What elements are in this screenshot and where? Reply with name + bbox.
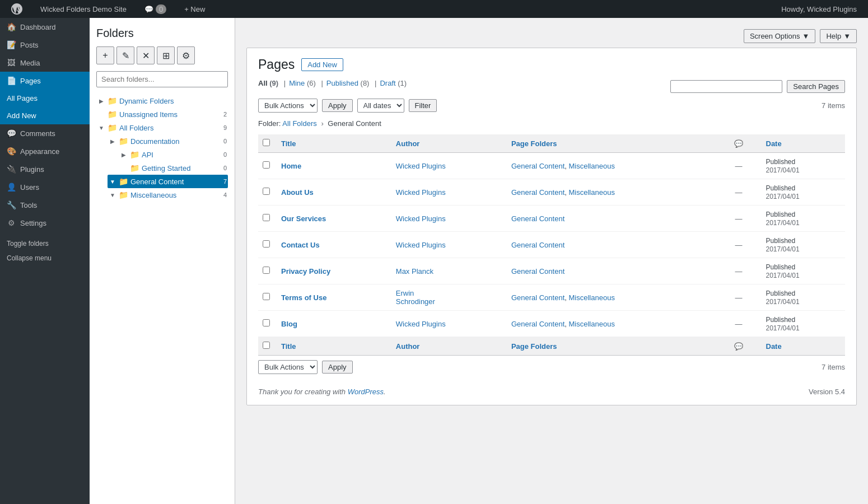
row-checkbox[interactable]: [263, 240, 270, 248]
folder-label[interactable]: Dynamic Folders: [119, 97, 227, 105]
filter-mine[interactable]: Mine (6) |: [289, 79, 326, 87]
page-title-link[interactable]: Our Services: [281, 214, 326, 223]
folder-item-all-folders[interactable]: ▼ 📁 All Folders 9: [96, 121, 228, 134]
page-title-link[interactable]: Contact Us: [281, 241, 320, 249]
folder-icon: 📁: [119, 190, 128, 199]
page-title-link[interactable]: Terms of Use: [281, 293, 326, 302]
row-checkbox[interactable]: [263, 267, 270, 274]
tfoot-date[interactable]: Date: [759, 337, 846, 356]
row-checkbox[interactable]: [263, 188, 270, 195]
page-title-link[interactable]: Privacy Policy: [281, 267, 330, 276]
folder-label[interactable]: General Content: [130, 178, 221, 186]
apply-button-bottom[interactable]: Apply: [322, 361, 353, 374]
add-new-button[interactable]: Add New: [301, 58, 343, 71]
folder-item-dynamic-folders[interactable]: ▶ 📁 Dynamic Folders: [96, 94, 228, 108]
sidebar-item-media[interactable]: 🖼 Media: [0, 54, 90, 72]
page-title-link[interactable]: Blog: [281, 320, 297, 328]
filter-all[interactable]: All (9) |: [258, 79, 289, 87]
author-link[interactable]: ErwinSchrodinger: [396, 289, 435, 306]
folder-item-documentation[interactable]: ▶ 📁 Documentation 0: [108, 134, 228, 148]
collapse-menu-link[interactable]: Collapse menu: [0, 251, 90, 265]
wordpress-link[interactable]: WordPress: [348, 388, 384, 396]
sidebar-item-pages[interactable]: 📄 Pages All Pages Add New: [0, 72, 90, 124]
tfoot-title[interactable]: Title: [274, 337, 389, 356]
sidebar-item-tools[interactable]: 🔧 Tools: [0, 196, 90, 214]
folder-link[interactable]: General Content: [511, 241, 564, 249]
author-link[interactable]: Wicked Plugins: [396, 162, 446, 170]
author-link[interactable]: Wicked Plugins: [396, 188, 446, 197]
sidebar-item-plugins[interactable]: 🔌 Plugins: [0, 160, 90, 178]
folder-link[interactable]: General Content: [511, 320, 564, 328]
search-pages-button[interactable]: Search Pages: [787, 80, 845, 93]
folder-item-api[interactable]: ▶ 📁 API 0: [119, 148, 228, 161]
dates-filter-select[interactable]: All dates: [357, 99, 404, 113]
add-subfolder-button[interactable]: ⊞: [157, 46, 175, 64]
folder-label[interactable]: Unassigned Items: [119, 110, 221, 119]
folder-label[interactable]: Miscellaneous: [130, 191, 221, 199]
folder-item-getting-started[interactable]: 📁 Getting Started 0: [119, 161, 228, 175]
bulk-actions-select-bottom[interactable]: Bulk Actions: [258, 360, 318, 374]
sidebar-item-users[interactable]: 👤 Users: [0, 178, 90, 196]
author-link[interactable]: Wicked Plugins: [396, 320, 446, 328]
folder-item-general-content[interactable]: ▼ 📁 General Content 7: [108, 175, 228, 188]
row-checkbox[interactable]: [263, 293, 270, 300]
sidebar-item-appearance[interactable]: 🎨 Appearance: [0, 142, 90, 160]
folder-link[interactable]: General Content: [511, 214, 564, 223]
folder-link[interactable]: Miscellaneous: [569, 162, 615, 170]
row-checkbox[interactable]: [263, 319, 270, 326]
submenu-item-all-pages[interactable]: All Pages: [0, 90, 90, 107]
th-title[interactable]: Title: [274, 134, 389, 153]
author-link[interactable]: Wicked Plugins: [396, 241, 446, 249]
wp-logo[interactable]: [7, 0, 27, 18]
folder-link[interactable]: General Content: [511, 293, 564, 302]
filter-draft[interactable]: Draft (1): [380, 79, 407, 87]
folder-item-miscellaneous[interactable]: ▼ 📁 Miscellaneous 4: [108, 188, 228, 202]
th-checkbox[interactable]: [258, 134, 274, 153]
filter-published[interactable]: Published (8) |: [326, 79, 380, 87]
folder-label[interactable]: API: [142, 151, 221, 159]
page-title-link[interactable]: Home: [281, 162, 301, 170]
help-button[interactable]: Help ▼: [820, 29, 857, 43]
sidebar-item-dashboard[interactable]: 🏠 Dashboard: [0, 18, 90, 36]
filter-button[interactable]: Filter: [409, 99, 437, 112]
th-date[interactable]: Date: [759, 134, 846, 153]
folder-item-unassigned[interactable]: 📁 Unassigned Items 2: [96, 108, 228, 121]
folder-link[interactable]: General Content: [511, 267, 564, 276]
sidebar-item-posts[interactable]: 📝 Posts: [0, 36, 90, 54]
author-link[interactable]: Max Planck: [396, 267, 433, 276]
folder-link[interactable]: General Content: [511, 188, 564, 197]
row-checkbox[interactable]: [263, 161, 270, 169]
folder-link[interactable]: Miscellaneous: [569, 188, 615, 197]
row-checkbox[interactable]: [263, 214, 270, 221]
table-row: About UsWicked PluginsGeneral Content, M…: [258, 179, 845, 206]
breadcrumb-all-folders-link[interactable]: All Folders: [282, 119, 316, 128]
edit-folder-button[interactable]: ✎: [116, 46, 134, 64]
folder-settings-button[interactable]: ⚙: [177, 46, 195, 64]
sidebar-item-settings[interactable]: ⚙ Settings: [0, 214, 90, 232]
sidebar-item-comments[interactable]: 💬 Comments: [0, 124, 90, 142]
bulk-actions-select-top[interactable]: Bulk Actions: [258, 99, 318, 113]
folder-label[interactable]: All Folders: [119, 124, 221, 132]
tfoot-checkbox[interactable]: [258, 337, 274, 356]
select-all-checkbox-top[interactable]: [263, 139, 270, 146]
folder-label[interactable]: Getting Started: [142, 164, 221, 172]
folder-search-input[interactable]: [96, 71, 228, 87]
folder-link[interactable]: Miscellaneous: [569, 320, 615, 328]
page-title-link[interactable]: About Us: [281, 188, 314, 197]
submenu-item-add-new[interactable]: Add New: [0, 107, 90, 124]
folder-link[interactable]: Miscellaneous: [569, 293, 615, 302]
select-all-checkbox-bottom[interactable]: [263, 342, 270, 349]
add-folder-button[interactable]: +: [96, 46, 114, 64]
toggle-folders-link[interactable]: Toggle folders: [0, 236, 90, 251]
search-pages-input[interactable]: [670, 80, 782, 93]
new-content[interactable]: + New: [180, 0, 209, 18]
howdy-user[interactable]: Howdy, Wicked Plugins: [777, 0, 861, 18]
comments-link[interactable]: 💬 0: [140, 0, 171, 18]
site-name[interactable]: Wicked Folders Demo Site: [36, 0, 131, 18]
delete-folder-button[interactable]: ✕: [137, 46, 155, 64]
author-link[interactable]: Wicked Plugins: [396, 214, 446, 223]
screen-options-button[interactable]: Screen Options ▼: [744, 29, 815, 43]
folder-link[interactable]: General Content: [511, 162, 564, 170]
apply-button-top[interactable]: Apply: [322, 99, 353, 112]
folder-label[interactable]: Documentation: [130, 137, 221, 146]
